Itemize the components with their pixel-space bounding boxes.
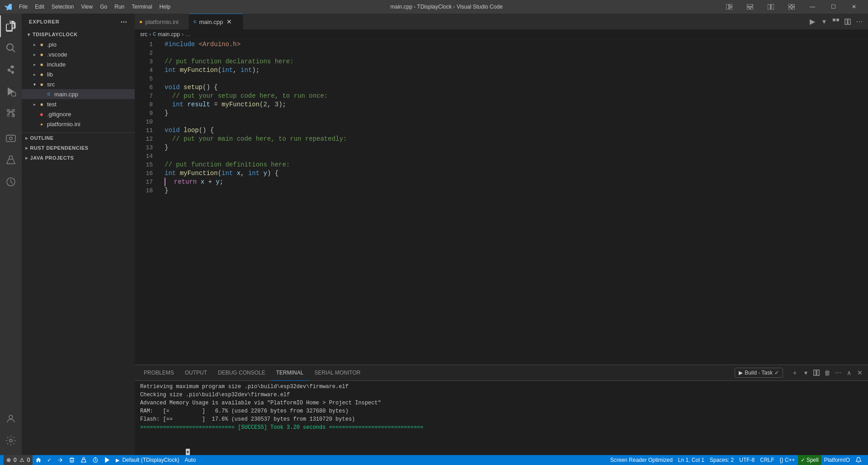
terminal-line: Retrieving maximum program size .pio\bui…	[140, 383, 863, 391]
close-button[interactable]: ✕	[844, 0, 864, 14]
window-layout-btn[interactable]	[719, 0, 740, 14]
status-check[interactable]: ✓	[44, 455, 54, 465]
tab-close-icon[interactable]: ✕	[226, 18, 233, 25]
status-auto[interactable]: Auto	[182, 455, 198, 465]
activity-accounts[interactable]	[0, 408, 22, 430]
minimize-button[interactable]: ―	[802, 0, 823, 14]
activity-settings[interactable]	[0, 430, 22, 451]
tree-vscode[interactable]: ▸ ■ .vscode	[22, 49, 135, 59]
breadcrumb-src[interactable]: src	[140, 31, 147, 38]
line-num: 11	[135, 126, 153, 135]
panel-tab-problems[interactable]: PROBLEMS	[138, 365, 179, 381]
status-beaker[interactable]	[78, 455, 90, 465]
status-spell[interactable]: ✓ Spell	[798, 455, 821, 465]
titlebar: File Edit Selection View Go Run Terminal…	[0, 0, 868, 14]
check-icon: ✓	[774, 370, 779, 376]
status-encoding[interactable]: UTF-8	[736, 455, 757, 465]
status-language[interactable]: {} C++	[777, 455, 798, 465]
terminal-content[interactable]: Retrieving maximum program size .pio\bui…	[135, 381, 868, 455]
status-bar: ⊗ 0 ⚠ 0 ✓ ▶ Default (TDisplayClock) Au	[0, 455, 868, 465]
sidebar-section-java[interactable]: ▸ JAVA PROJECTS	[22, 153, 135, 163]
activity-bar-bottom	[0, 408, 22, 455]
code-editor[interactable]: 1 2 3 4 5 6 7 8 9 10 11 12 13 14 15 16 1	[135, 39, 868, 365]
close-panel-btn[interactable]: ✕	[855, 368, 864, 377]
status-screen-reader[interactable]: Screen Reader Optimized	[608, 455, 675, 465]
activity-extensions[interactable]	[0, 102, 22, 124]
maximize-panel-btn[interactable]: ∧	[844, 368, 854, 377]
line-num: 13	[135, 143, 153, 152]
activity-explorer[interactable]	[0, 15, 22, 37]
build-task-button[interactable]: ▶ Build - Task ✓	[735, 368, 783, 378]
more-terminal-btn[interactable]: ⋯	[834, 368, 843, 377]
tree-platformio-ini[interactable]: ● platformio.ini	[22, 119, 135, 129]
breadcrumb-more[interactable]: …	[185, 31, 191, 38]
menu-go[interactable]: Go	[96, 0, 111, 14]
dropdown-btn[interactable]: ▾	[819, 17, 829, 27]
split-editor-btn[interactable]	[843, 17, 853, 27]
menu-bar: File Edit Selection View Go Run Terminal…	[15, 0, 174, 14]
status-env[interactable]: ▶ Default (TDisplayClock)	[113, 455, 182, 465]
tree-test[interactable]: ▸ ■ test	[22, 99, 135, 109]
menu-help[interactable]: Help	[156, 0, 175, 14]
activity-run-debug[interactable]	[0, 81, 22, 102]
project-label: TDISPLAYCLOCK	[33, 32, 78, 37]
tab-main-cpp[interactable]: C main.cpp ✕	[189, 14, 243, 29]
status-errors[interactable]: ⊗ 0 ⚠ 0	[4, 455, 33, 465]
tree-src[interactable]: ▾ ■ src	[22, 79, 135, 89]
terminal-line-success: ============================= [SUCCESS] …	[140, 423, 863, 432]
menu-run[interactable]: Run	[111, 0, 128, 14]
add-terminal-btn[interactable]: +	[790, 368, 799, 377]
status-cursor-position[interactable]: Ln 1, Col 1	[675, 455, 707, 465]
sidebar-section-outline[interactable]: ▸ OUTLINE	[22, 133, 135, 143]
status-notifications[interactable]	[853, 455, 864, 465]
tree-main-cpp[interactable]: C main.cpp	[22, 89, 135, 99]
status-indentation[interactable]: Spaces: 2	[707, 455, 736, 465]
tree-pio[interactable]: ▸ ■ .pio	[22, 39, 135, 49]
panel-tab-debug[interactable]: DEBUG CONSOLE	[212, 365, 271, 381]
tree-gitignore[interactable]: ◆ .gitignore	[22, 109, 135, 119]
code-content[interactable]: #include <Arduino.h> // put function dec…	[157, 39, 868, 365]
platformio-tab-icon: ●	[139, 19, 142, 25]
window-layout2-btn[interactable]	[740, 0, 760, 14]
panel-tab-terminal[interactable]: TERMINAL	[271, 365, 309, 381]
customize-layout-btn[interactable]	[831, 17, 841, 27]
status-trash[interactable]	[66, 455, 78, 465]
sidebar-section-rust[interactable]: ▸ RUST DEPENDENCIES	[22, 143, 135, 153]
window-grid-btn[interactable]	[781, 0, 802, 14]
panel-tab-output[interactable]: OUTPUT	[179, 365, 212, 381]
maximize-button[interactable]: ☐	[823, 0, 844, 14]
line-ending-label: CRLF	[760, 457, 774, 463]
more-actions-btn[interactable]: ⋯	[854, 17, 864, 27]
project-root[interactable]: ▾ TDISPLAYCLOCK	[22, 29, 135, 39]
run-code-btn[interactable]: ▶	[807, 17, 817, 27]
menu-edit[interactable]: Edit	[31, 0, 48, 14]
menu-terminal[interactable]: Terminal	[128, 0, 156, 14]
tree-lib[interactable]: ▸ ■ lib	[22, 69, 135, 79]
status-run[interactable]	[101, 455, 113, 465]
tree-include[interactable]: ▸ ■ include	[22, 59, 135, 69]
activity-search[interactable]	[0, 37, 22, 59]
status-timer[interactable]	[90, 455, 101, 465]
activity-testing[interactable]	[0, 149, 22, 171]
new-file-icon[interactable]: ⋯	[120, 18, 127, 26]
status-home[interactable]	[33, 455, 44, 465]
split-terminal-btn[interactable]	[812, 368, 821, 377]
status-arrow[interactable]	[54, 455, 66, 465]
activity-platformio[interactable]	[0, 171, 22, 193]
menu-view[interactable]: View	[77, 0, 96, 14]
kill-terminal-btn[interactable]: 🗑	[823, 368, 832, 377]
tab-platformio-ini[interactable]: ● platformio.ini	[135, 14, 189, 29]
status-line-ending[interactable]: CRLF	[757, 455, 777, 465]
terminal-dropdown-btn[interactable]: ▾	[801, 368, 810, 377]
status-platformio[interactable]: PlatformIO	[821, 455, 853, 465]
folder-open-icon: ■	[38, 81, 45, 88]
activity-remote-explorer[interactable]	[0, 128, 22, 149]
menu-selection[interactable]: Selection	[48, 0, 77, 14]
window-split-btn[interactable]	[760, 0, 781, 14]
activity-source-control[interactable]	[0, 59, 22, 81]
breadcrumb-file[interactable]: main.cpp	[158, 31, 180, 38]
panel-tab-serial[interactable]: SERIAL MONITOR	[309, 365, 366, 381]
menu-file[interactable]: File	[15, 0, 31, 14]
terminal-line: ★ Terminal will be reused by tasks, pres…	[140, 432, 863, 455]
svg-rect-18	[12, 109, 15, 112]
